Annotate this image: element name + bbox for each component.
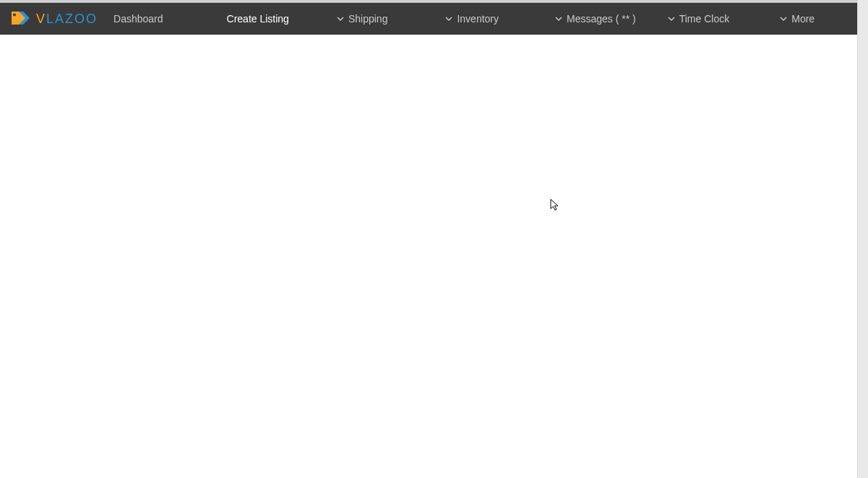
logo-first-letter: V [36,12,46,26]
chevron-down-icon [445,15,452,22]
nav-create-listing[interactable]: Create Listing [227,13,289,25]
navbar: VLAZOO Dashboard Create Listing Shipping… [0,3,868,35]
nav-dashboard[interactable]: Dashboard [113,13,163,25]
nav-messages[interactable]: Messages ( ** ) [555,13,636,25]
nav-create-listing-label: Create Listing [227,13,289,25]
scrollbar-track[interactable] [857,0,868,478]
chevron-down-icon [337,15,344,22]
tag-icon [10,10,30,27]
logo-rest: LAZOO [46,12,98,26]
chevron-down-icon [555,15,562,22]
nav-more[interactable]: More [780,13,815,25]
nav-inventory[interactable]: Inventory [445,13,499,25]
logo[interactable]: VLAZOO [10,10,98,27]
main-content [0,35,868,478]
nav-shipping-label: Shipping [348,13,388,25]
cursor-icon [550,199,560,214]
nav-messages-label: Messages ( ** ) [567,13,636,25]
chevron-down-icon [668,15,675,22]
nav-dashboard-label: Dashboard [113,13,163,25]
nav-time-clock[interactable]: Time Clock [668,13,730,25]
nav-time-clock-label: Time Clock [679,13,730,25]
nav-more-label: More [791,13,815,25]
nav-shipping[interactable]: Shipping [337,13,388,25]
logo-text: VLAZOO [36,12,98,27]
nav-inventory-label: Inventory [457,13,499,25]
svg-point-0 [13,14,16,17]
nav-items: Dashboard Create Listing Shipping Invent… [113,13,854,25]
chevron-down-icon [780,15,787,22]
